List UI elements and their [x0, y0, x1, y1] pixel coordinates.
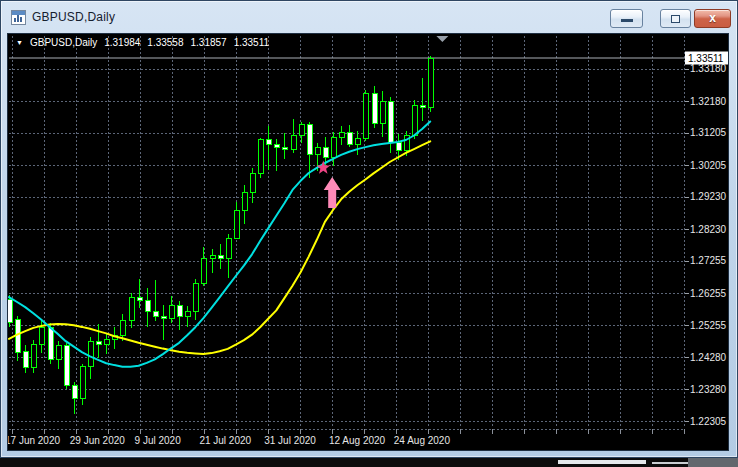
star-marker[interactable]: [316, 161, 330, 174]
ohlc-info-bar: ▼ GBPUSD,Daily 1.31984 1.33558 1.31857 1…: [16, 37, 269, 48]
bear-candle: [372, 94, 377, 123]
bull-candle: [169, 305, 174, 318]
bear-candle: [72, 386, 77, 399]
background-window-fragment: [688, 458, 738, 467]
chart-surface[interactable]: ▼ GBPUSD,Daily 1.31984 1.33558 1.31857 1…: [7, 33, 729, 451]
bull-candle: [258, 140, 263, 173]
price-axis-label: 1.28230: [690, 224, 727, 235]
axis-ticks-layer: [9, 70, 689, 435]
bull-candle: [193, 283, 198, 311]
candles-layer: [8, 56, 433, 414]
bull-candle: [88, 342, 93, 367]
bull-candle: [291, 135, 296, 149]
window-title: GBPUSD,Daily: [32, 10, 115, 24]
chart-window-icon: [11, 10, 26, 25]
chart-window: GBPUSD,Daily x ▼ GBPUSD,Daily 1.31984 1.…: [0, 0, 738, 458]
minimize-icon: [621, 19, 633, 22]
price-axis-label: 1.25255: [690, 320, 727, 331]
chart-canvas[interactable]: 1.331801.321801.312051.302051.292301.282…: [8, 34, 728, 450]
current-price-value: 1.33511: [688, 53, 724, 64]
bull-candle: [226, 238, 231, 258]
bear-candle: [48, 327, 53, 359]
bull-candle: [234, 211, 239, 239]
bull-candle: [129, 297, 134, 320]
restore-button[interactable]: [660, 9, 691, 28]
bear-candle: [307, 125, 312, 155]
bull-candle: [31, 344, 36, 368]
window-titlebar[interactable]: GBPUSD,Daily x: [2, 2, 736, 33]
price-axis-label: 1.24280: [690, 352, 727, 363]
info-low: 1.31857: [191, 37, 227, 48]
close-button[interactable]: x: [694, 9, 731, 28]
price-axis-label: 1.22305: [690, 416, 727, 427]
bull-candle: [339, 132, 344, 138]
time-axis-label: 17 Jun 2020: [8, 435, 60, 446]
close-icon: x: [695, 11, 730, 25]
bear-candle: [23, 351, 28, 368]
bear-candle: [96, 342, 101, 344]
bull-candle: [104, 340, 109, 345]
bull-candle: [380, 101, 385, 123]
info-open: 1.31984: [104, 37, 140, 48]
bull-candle: [250, 173, 255, 192]
chart-shift-marker-icon[interactable]: [436, 36, 448, 42]
minimize-button[interactable]: [610, 9, 643, 28]
bear-candle: [388, 101, 393, 142]
bear-candle: [137, 297, 142, 300]
bull-candle: [363, 94, 368, 139]
bull-candle: [210, 256, 215, 259]
time-axis-label: 31 Jul 2020: [264, 435, 316, 446]
bear-candle: [323, 147, 328, 157]
info-high: 1.33558: [147, 37, 183, 48]
bull-candle: [56, 345, 61, 360]
restore-icon: [671, 15, 680, 23]
price-axis-label: 1.26255: [690, 288, 727, 299]
symbol-dropdown-arrow-icon[interactable]: ▼: [16, 38, 23, 48]
bear-candle: [64, 345, 69, 385]
markers-layer[interactable]: [316, 161, 340, 208]
bull-candle: [201, 259, 206, 284]
background-window-strip: [0, 458, 738, 467]
bear-candle: [161, 317, 166, 318]
bear-candle: [420, 105, 425, 107]
bull-candle: [299, 125, 304, 136]
price-axis-label: 1.33180: [690, 63, 727, 74]
price-axis-label: 1.27255: [690, 255, 727, 266]
bear-candle: [274, 144, 279, 147]
bear-candle: [153, 311, 158, 317]
bear-candle: [8, 300, 12, 323]
time-axis-label: 9 Jul 2020: [135, 435, 182, 446]
bear-candle: [266, 140, 271, 144]
time-axis-label: 24 Aug 2020: [394, 435, 451, 446]
bull-candle: [39, 327, 44, 344]
bull-candle: [80, 367, 85, 399]
bull-candle: [331, 138, 336, 157]
price-axis-label: 1.30205: [690, 160, 727, 171]
slow-ma-line: [9, 141, 430, 354]
bear-candle: [145, 301, 150, 311]
price-axis-label: 1.23280: [690, 384, 727, 395]
time-axis-label: 29 Jun 2020: [70, 435, 125, 446]
grid-layer: [9, 36, 685, 428]
bear-candle: [282, 147, 287, 149]
time-axis[interactable]: 17 Jun 202029 Jun 20209 Jul 202021 Jul 2…: [8, 435, 450, 446]
price-axis-label: 1.32180: [690, 96, 727, 107]
price-axis[interactable]: 1.331801.321801.312051.302051.292301.282…: [685, 52, 728, 427]
bull-candle: [315, 147, 320, 154]
background-window-fragment: [558, 460, 646, 464]
bear-candle: [218, 256, 223, 259]
price-axis-label: 1.29230: [690, 191, 727, 202]
bull-candle: [412, 105, 417, 135]
bull-candle: [120, 321, 125, 336]
bull-candle: [185, 312, 190, 317]
price-axis-label: 1.31205: [690, 127, 727, 138]
bear-candle: [396, 143, 401, 151]
fast-ma-line: [9, 122, 430, 367]
bull-candle: [428, 58, 433, 107]
bear-candle: [177, 305, 182, 317]
bear-candle: [347, 132, 352, 144]
time-axis-label: 21 Jul 2020: [199, 435, 251, 446]
info-close: 1.33511: [234, 37, 269, 48]
time-axis-label: 12 Aug 2020: [329, 435, 386, 446]
bull-candle: [242, 193, 247, 211]
